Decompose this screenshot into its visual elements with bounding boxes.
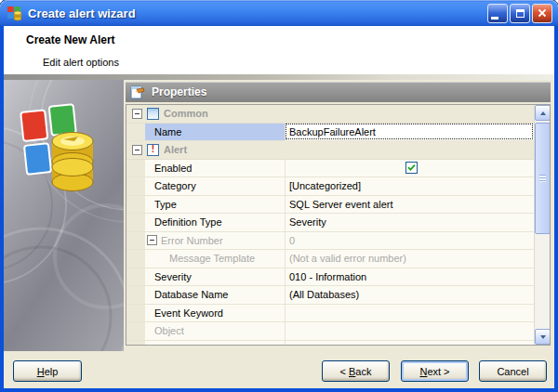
property-label: Name [154, 126, 181, 137]
group-label: Alert [164, 144, 187, 155]
property-row-category[interactable]: Category[Uncategorized] [126, 177, 534, 196]
property-label-cell[interactable]: Message Template [145, 250, 285, 268]
properties-icon [130, 85, 145, 99]
row-gutter [126, 341, 145, 346]
row-gutter [126, 124, 145, 141]
property-value: 010 - Information [289, 271, 366, 282]
properties-grid[interactable]: CommonNameBackupFailureAlertAlertEnabled… [126, 104, 551, 346]
row-gutter [126, 214, 145, 231]
page-subtitle: Edit alert options [43, 57, 119, 68]
row-gutter [126, 268, 145, 286]
property-value-cell[interactable]: (Not a valid error number) [285, 250, 534, 268]
property-value: (All Databases) [289, 289, 359, 300]
property-label-cell[interactable]: Object [145, 322, 285, 340]
chevron-down-icon [540, 335, 546, 339]
app-icon [7, 6, 23, 21]
property-row-enabled[interactable]: Enabled [126, 160, 534, 178]
minimize-icon [491, 17, 498, 20]
property-value-cell[interactable]: Severity [285, 214, 534, 231]
property-row-severity[interactable]: Severity010 - Information [126, 268, 534, 287]
property-row-error-number[interactable]: Error Number0 [126, 232, 534, 251]
wizard-step-header: Create New Alert Edit alert options [4, 26, 554, 74]
row-gutter [126, 160, 145, 177]
property-row-message-template[interactable]: Message Template(Not a valid error numbe… [126, 250, 534, 268]
property-row-type[interactable]: TypeSQL Server event alert [126, 196, 534, 215]
window-frame [0, 388, 558, 392]
maximize-button[interactable] [510, 4, 530, 23]
property-label: Severity [154, 271, 192, 282]
property-value: 0 [289, 235, 295, 246]
property-value: (Not a valid error number) [289, 253, 406, 264]
back-button[interactable]: < Back [322, 360, 390, 382]
page-title: Create New Alert [26, 33, 115, 46]
property-value-cell[interactable]: (All Databases) [285, 286, 534, 304]
property-label: Database Name [154, 289, 229, 300]
name-edit-field[interactable]: BackupFailureAlert [286, 124, 533, 139]
wizard-banner [4, 80, 124, 351]
property-label: Counter [154, 344, 191, 345]
property-label-cell[interactable]: Error Number [145, 232, 285, 250]
property-value-cell[interactable]: 010 - Information [285, 268, 534, 286]
next-button[interactable]: Next > [401, 360, 469, 382]
property-label: Definition Type [154, 216, 222, 228]
property-value-cell[interactable]: 0 [285, 232, 534, 250]
titlebar[interactable]: Create alert wizard [0, 0, 558, 26]
row-gutter [126, 232, 145, 250]
property-value-cell[interactable]: SQL Server event alert [285, 196, 534, 214]
page-icon [147, 108, 159, 120]
window-frame [0, 24, 4, 392]
property-label-cell[interactable]: Definition Type [145, 214, 285, 231]
property-label-cell[interactable]: Event Keyword [145, 305, 285, 322]
row-gutter [126, 250, 145, 268]
property-value-cell[interactable] [285, 305, 534, 322]
collapse-minus-icon[interactable] [147, 235, 157, 245]
group-row-common[interactable]: Common [126, 105, 534, 124]
property-row-object[interactable]: Object [126, 322, 534, 341]
property-label-cell[interactable]: Severity [145, 268, 285, 286]
property-value-cell[interactable]: BackupFailureAlert [285, 124, 534, 141]
scroll-up-button[interactable] [535, 105, 551, 121]
window-frame [554, 24, 558, 392]
property-value-cell[interactable] [285, 341, 534, 346]
collapse-minus-icon[interactable] [132, 145, 142, 155]
cancel-button[interactable]: Cancel [479, 360, 547, 382]
enabled-checkbox[interactable] [405, 162, 418, 174]
property-label-cell[interactable]: Type [145, 196, 285, 214]
property-label: Enabled [154, 163, 192, 174]
close-button[interactable] [532, 4, 552, 23]
property-label-cell[interactable]: Enabled [145, 160, 285, 177]
property-value-cell[interactable]: [Uncategorized] [285, 177, 534, 195]
property-label-cell[interactable]: Name [145, 124, 285, 141]
row-gutter [126, 286, 145, 304]
property-row-counter[interactable]: Counter [126, 341, 534, 346]
property-label-cell[interactable]: Counter [145, 341, 285, 346]
group-label: Common [164, 108, 208, 119]
property-row-name[interactable]: NameBackupFailureAlert [126, 124, 534, 142]
help-button[interactable]: Help [13, 360, 82, 382]
checkmark-icon [407, 163, 416, 172]
scrollbar-thumb[interactable] [535, 123, 551, 234]
property-label-cell[interactable]: Category [145, 177, 285, 195]
property-label: Event Keyword [154, 307, 223, 319]
create-alert-wizard-dialog: Create alert wizard Create New Alert Edi… [0, 0, 558, 392]
group-row-alert[interactable]: Alert [126, 141, 534, 160]
property-value-cell[interactable] [285, 160, 534, 177]
property-value: SQL Server event alert [289, 199, 392, 210]
property-row-definition-type[interactable]: Definition TypeSeverity [126, 214, 534, 232]
row-gutter [126, 322, 145, 340]
property-row-database-name[interactable]: Database Name(All Databases) [126, 286, 534, 305]
collapse-minus-icon[interactable] [132, 109, 142, 119]
chevron-up-icon [540, 111, 546, 115]
scroll-down-button[interactable] [535, 329, 551, 345]
property-label-cell[interactable]: Database Name [145, 286, 285, 304]
minimize-button[interactable] [487, 4, 508, 23]
property-row-event-keyword[interactable]: Event Keyword [126, 305, 534, 323]
vertical-scrollbar[interactable] [534, 105, 550, 345]
property-label: Category [154, 180, 196, 191]
row-gutter [126, 305, 145, 322]
row-gutter [126, 196, 145, 214]
property-value-cell[interactable] [285, 322, 534, 340]
properties-panel-header: Properties [126, 82, 551, 102]
property-value: [Uncategorized] [289, 180, 361, 191]
warning-icon [147, 144, 159, 156]
